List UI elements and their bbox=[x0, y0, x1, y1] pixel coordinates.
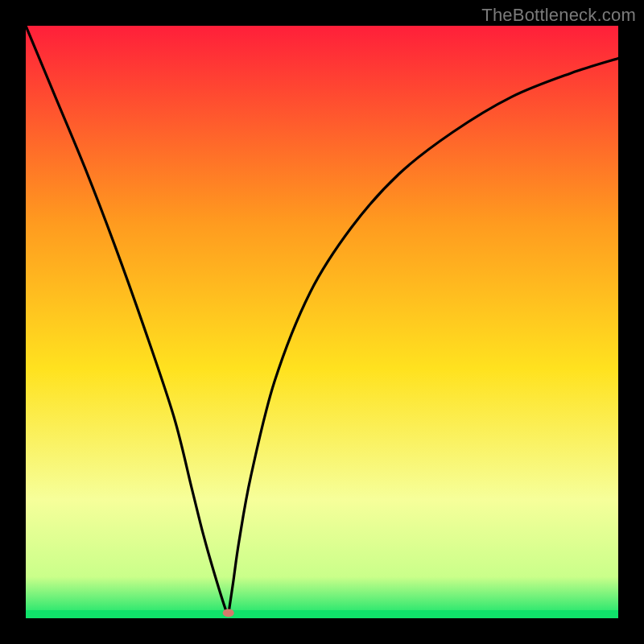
watermark-text: TheBottleneck.com bbox=[481, 5, 636, 26]
minimum-marker bbox=[223, 609, 234, 617]
bottleneck-curve-chart bbox=[26, 26, 618, 618]
chart-frame bbox=[26, 26, 618, 618]
gradient-background bbox=[26, 26, 618, 618]
bottom-green-bar bbox=[26, 610, 618, 618]
